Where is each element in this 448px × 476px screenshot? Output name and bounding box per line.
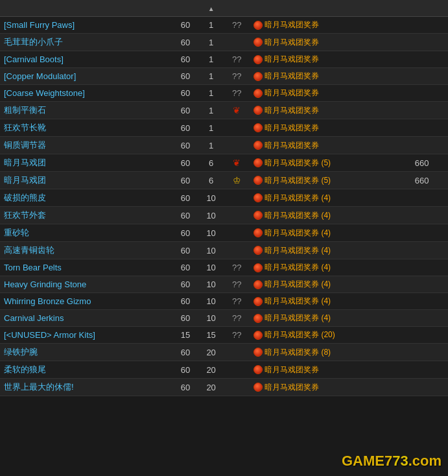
cell-reward: 暗月马戏团奖券	[250, 68, 405, 85]
table-row: 破损的熊皮6010暗月马戏团奖券 (4)	[0, 189, 448, 207]
quest-link[interactable]: [<UNUSED> Armor Kits]	[4, 330, 95, 340]
cell-name[interactable]: [Coarse Weightstone]	[0, 85, 172, 102]
cell-level: 15	[172, 327, 198, 344]
quest-link[interactable]: [Copper Modulator]	[4, 71, 76, 81]
horde-icon: ❦	[233, 158, 241, 168]
cell-req-level: 10	[198, 276, 224, 293]
quest-name: 毛茸茸的小爪子	[4, 37, 63, 47]
cell-level: 60	[172, 68, 198, 85]
cell-name[interactable]: Torn Bear Pelts	[0, 259, 172, 276]
table-row: Torn Bear Pelts6010??暗月马戏团奖券 (4)	[0, 259, 448, 276]
cell-reward: 暗月马戏团奖券 (4)	[250, 293, 405, 310]
col-name	[0, 0, 172, 17]
reward-content: 暗月马戏团奖券 (4)	[253, 228, 402, 239]
quest-link[interactable]: [Small Furry Paws]	[4, 20, 75, 30]
quest-link[interactable]: Whirring Bronze Gizmo	[4, 296, 91, 306]
quest-link[interactable]: Carnival Jerkins	[4, 313, 64, 323]
cell-req-level: 1	[198, 102, 224, 119]
cell-name[interactable]: Whirring Bronze Gizmo	[0, 293, 172, 310]
col-level	[172, 0, 198, 17]
reward-content: 暗月马戏团奖券	[253, 71, 402, 82]
table-row: 高速青铜齿轮6010暗月马戏团奖券 (4)	[0, 242, 448, 259]
col-faction	[224, 0, 250, 17]
cell-exp	[405, 119, 438, 137]
col-exp	[405, 0, 438, 17]
cell-name: 暗月马戏团	[0, 172, 172, 189]
cell-exp	[405, 51, 438, 68]
reward-label: 暗月马戏团奖券	[265, 54, 319, 65]
reward-icon	[253, 158, 263, 167]
cell-faction	[224, 361, 250, 379]
cell-req-level: 1	[198, 85, 224, 102]
reward-icon	[253, 193, 263, 202]
reward-content: 暗月马戏团奖券	[253, 37, 402, 48]
cell-reward: 暗月马戏团奖券 (4)	[250, 259, 405, 276]
cell-gold	[439, 224, 448, 242]
cell-gold	[439, 68, 448, 85]
reward-content: 暗月马戏团奖券 (4)	[253, 279, 402, 290]
cell-exp	[405, 17, 438, 34]
quest-name: 粗制平衡石	[4, 105, 46, 115]
table-row: [Carnival Boots]601??暗月马戏团奖券	[0, 51, 448, 68]
cell-name: 破损的熊皮	[0, 189, 172, 207]
table-row: 毛茸茸的小爪子601暗月马戏团奖券	[0, 34, 448, 51]
cell-name: 粗制平衡石	[0, 102, 172, 119]
quest-link[interactable]: Torn Bear Pelts	[4, 263, 62, 272]
reward-label: 暗月马戏团奖券	[265, 382, 319, 393]
cell-reward: 暗月马戏团奖券	[250, 379, 405, 396]
reward-icon	[253, 228, 263, 237]
reward-icon	[253, 348, 263, 357]
cell-faction	[224, 189, 250, 207]
reward-label: 暗月马戏团奖券 (8)	[265, 347, 331, 358]
quest-link[interactable]: Heavy Grinding Stone	[4, 280, 86, 289]
cell-level: 60	[172, 344, 198, 361]
cell-gold	[439, 154, 448, 172]
quest-link[interactable]: [Carnival Boots]	[4, 54, 64, 64]
cell-name: 世界上最大的休儒!	[0, 379, 172, 396]
cell-name[interactable]: [<UNUSED> Armor Kits]	[0, 327, 172, 344]
cell-level: 60	[172, 361, 198, 379]
cell-name[interactable]: [Small Furry Paws]	[0, 17, 172, 34]
cell-name[interactable]: [Copper Modulator]	[0, 68, 172, 85]
cell-gold	[439, 361, 448, 379]
cell-reward: 暗月马戏团奖券	[250, 102, 405, 119]
reward-label: 暗月马戏团奖券 (4)	[265, 210, 331, 221]
cell-exp	[405, 34, 438, 51]
reward-label: 暗月马戏团奖券	[265, 37, 319, 48]
reward-icon	[253, 72, 263, 81]
cell-req-level: 10	[198, 259, 224, 276]
quest-name: 重砂轮	[4, 228, 29, 237]
cell-exp	[405, 379, 438, 396]
table-row: 柔软的狼尾6020暗月马戏团奖券	[0, 361, 448, 379]
reward-icon	[253, 176, 263, 185]
col-reward	[250, 0, 405, 17]
reward-icon	[253, 38, 263, 47]
cell-faction: ??	[224, 293, 250, 310]
cell-name[interactable]: Heavy Grinding Stone	[0, 276, 172, 293]
reward-content: 暗月马戏团奖券	[253, 364, 402, 375]
reward-content: 暗月马戏团奖券	[253, 123, 402, 134]
cell-level: 60	[172, 276, 198, 293]
col-gold	[439, 0, 448, 17]
table-row: 粗制平衡石601❦暗月马戏团奖券	[0, 102, 448, 119]
reward-content: 暗月马戏团奖券	[253, 382, 402, 393]
reward-icon	[253, 55, 263, 64]
quest-link[interactable]: [Coarse Weightstone]	[4, 88, 85, 98]
cell-exp	[405, 276, 438, 293]
col-req-level[interactable]: ▲	[198, 0, 224, 17]
reward-content: 暗月马戏团奖券	[253, 105, 402, 116]
cell-gold	[439, 310, 448, 327]
cell-reward: 暗月马戏团奖券 (4)	[250, 189, 405, 207]
cell-req-level: 1	[198, 119, 224, 137]
cell-exp	[405, 361, 438, 379]
quest-name: 暗月马戏团	[4, 175, 46, 185]
sort-arrow-icon: ▲	[208, 5, 215, 12]
reward-label: 暗月马戏团奖券	[265, 140, 319, 151]
cell-level: 60	[172, 172, 198, 189]
cell-exp	[405, 85, 438, 102]
cell-name[interactable]: Carnival Jerkins	[0, 310, 172, 327]
cell-gold	[439, 172, 448, 189]
cell-name[interactable]: [Carnival Boots]	[0, 51, 172, 68]
table-row: [<UNUSED> Armor Kits]1515??暗月马戏团奖券 (20)	[0, 327, 448, 344]
reward-icon	[253, 383, 263, 392]
